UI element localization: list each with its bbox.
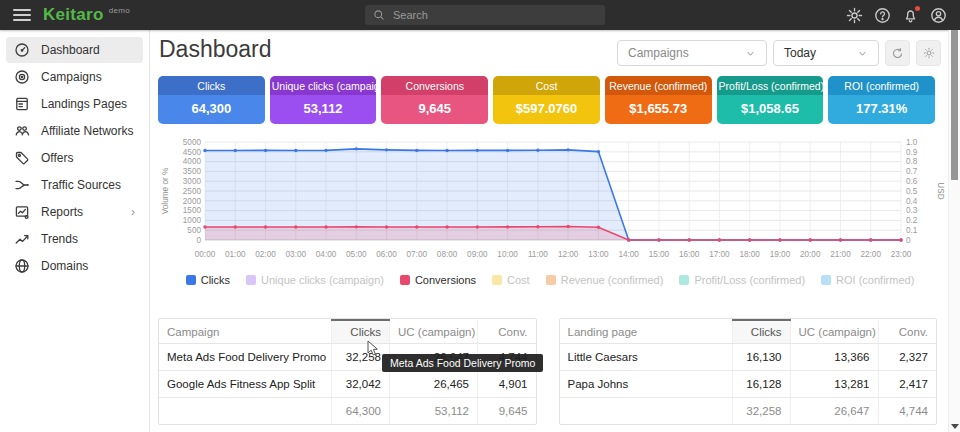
row-value-cell: 32,042 — [332, 371, 390, 398]
legend-item-roi-confirmed[interactable]: ROI (confirmed) — [821, 274, 914, 286]
date-range-select[interactable]: Today — [773, 40, 879, 66]
table-row[interactable]: Papa Johns16,12813,2812,417 — [560, 371, 937, 398]
svg-text:1000: 1000 — [183, 216, 202, 225]
column-header-conv[interactable]: Conv. — [478, 320, 536, 344]
sidebar-item-dashboard[interactable]: Dashboard — [6, 37, 143, 63]
dashboard-controls: Campaigns Today — [617, 40, 941, 66]
svg-text:3000: 3000 — [183, 177, 202, 186]
menu-icon[interactable] — [13, 9, 31, 21]
sidebar-item-label: Reports — [41, 205, 83, 219]
sidebar-item-label: Landings Pages — [41, 97, 127, 111]
table-row[interactable]: Google Ads Fitness App Split32,04226,465… — [159, 371, 536, 398]
footer-total-cell: 32,258 — [732, 398, 790, 425]
column-header-uc-campaign[interactable]: UC (campaign) — [390, 320, 478, 344]
legend-swatch — [186, 275, 196, 285]
legend-item-cost[interactable]: Cost — [492, 274, 530, 286]
svg-text:09:00: 09:00 — [467, 250, 488, 259]
row-name-cell: Google Ads Fitness App Split — [159, 371, 332, 398]
settings-icon[interactable] — [846, 7, 863, 24]
svg-text:19:00: 19:00 — [770, 250, 791, 259]
campaign-filter-select[interactable]: Campaigns — [617, 40, 767, 66]
svg-text:2000: 2000 — [183, 197, 202, 206]
row-value-cell: 2,417 — [878, 371, 936, 398]
sidebar-item-campaigns[interactable]: Campaigns — [6, 64, 143, 90]
svg-text:10:00: 10:00 — [497, 250, 518, 259]
stat-card-profit-loss-confirmed[interactable]: Profit/Loss (confirmed)$1,058.65 — [717, 76, 824, 124]
footer-total-cell: 4,744 — [878, 398, 936, 425]
dashboard-settings-button[interactable] — [916, 40, 941, 66]
stat-card-value: $1,058.65 — [717, 95, 824, 124]
sidebar-item-landings-pages[interactable]: Landings Pages — [6, 91, 143, 117]
sidebar-item-reports[interactable]: Reports› — [6, 199, 143, 225]
search-input[interactable] — [391, 8, 575, 22]
scrollbar-down-arrow[interactable] — [951, 424, 959, 429]
stat-card-roi-confirmed[interactable]: ROI (confirmed)177.31% — [828, 76, 935, 124]
svg-text:04:00: 04:00 — [316, 250, 337, 259]
sidebar-item-traffic-sources[interactable]: Traffic Sources — [6, 172, 143, 198]
sidebar-item-label: Campaigns — [41, 70, 102, 84]
stat-card-value: 53,112 — [270, 95, 377, 124]
traffic-icon — [14, 177, 30, 193]
legend-swatch — [821, 275, 831, 285]
row-value-cell: 16,128 — [732, 371, 790, 398]
refresh-button[interactable] — [885, 40, 910, 66]
svg-text:02:00: 02:00 — [255, 250, 276, 259]
scrollbar-thumb[interactable] — [951, 30, 958, 180]
sidebar-item-domains[interactable]: Domains — [6, 253, 143, 279]
sidebar-item-offers[interactable]: Offers — [6, 145, 143, 171]
column-header-landing-page[interactable]: Landing page — [560, 320, 733, 344]
scrollbar[interactable] — [948, 30, 960, 432]
svg-text:07:00: 07:00 — [407, 250, 428, 259]
app-logo[interactable]: Keitaro demo — [43, 5, 130, 25]
legend-label: Profit/Loss (confirmed) — [694, 274, 805, 286]
traffic-chart-canvas: 0500100015002000250030003500400045005000… — [159, 136, 945, 264]
svg-text:0.3: 0.3 — [906, 206, 918, 215]
stat-cards: Clicks64,300Unique clicks (campaign)53,1… — [158, 76, 935, 124]
legend-item-profit-loss-confirmed[interactable]: Profit/Loss (confirmed) — [679, 274, 805, 286]
help-icon[interactable] — [874, 7, 891, 24]
svg-text:11:00: 11:00 — [528, 250, 548, 259]
legend-item-clicks[interactable]: Clicks — [186, 274, 230, 286]
stat-card-unique-clicks-campaign[interactable]: Unique clicks (campaign)53,112 — [270, 76, 377, 124]
column-header-clicks[interactable]: Clicks — [732, 320, 790, 344]
sidebar-item-trends[interactable]: Trends — [6, 226, 143, 252]
table-row[interactable]: Little Caesars16,13013,3662,327 — [560, 344, 937, 371]
search-box[interactable] — [365, 5, 605, 25]
svg-text:0: 0 — [906, 236, 911, 245]
column-header-uc-campaign[interactable]: UC (campaign) — [790, 320, 878, 344]
account-icon[interactable] — [930, 7, 947, 24]
sidebar-item-label: Affiliate Networks — [41, 124, 133, 138]
svg-text:5000: 5000 — [183, 138, 202, 147]
stat-card-revenue-confirmed[interactable]: Revenue (confirmed)$1,655.73 — [605, 76, 712, 124]
svg-text:2500: 2500 — [183, 187, 202, 196]
legend-item-conversions[interactable]: Conversions — [400, 274, 476, 286]
legend-item-unique-clicks-campaign[interactable]: Unique clicks (campaign) — [246, 274, 384, 286]
svg-text:18:00: 18:00 — [739, 250, 760, 259]
legend-item-revenue-confirmed[interactable]: Revenue (confirmed) — [546, 274, 664, 286]
svg-text:06:00: 06:00 — [376, 250, 397, 259]
svg-text:17:00: 17:00 — [709, 250, 730, 259]
stat-card-value: $1,655.73 — [605, 95, 712, 124]
svg-text:3500: 3500 — [183, 167, 202, 176]
stat-card-value: $597.0760 — [493, 95, 600, 124]
sidebar: DashboardCampaignsLandings PagesAffiliat… — [0, 30, 150, 432]
legend-label: Revenue (confirmed) — [561, 274, 664, 286]
stat-card-cost[interactable]: Cost$597.0760 — [493, 76, 600, 124]
svg-text:16:00: 16:00 — [679, 250, 700, 259]
column-header-campaign[interactable]: Campaign — [159, 320, 332, 344]
footer-total-cell — [159, 398, 332, 425]
footer-total-cell: 26,647 — [790, 398, 878, 425]
stat-card-conversions[interactable]: Conversions9,645 — [381, 76, 488, 124]
column-header-clicks[interactable]: Clicks — [332, 320, 390, 344]
stat-card-value: 64,300 — [158, 95, 265, 124]
notifications-icon[interactable] — [902, 7, 919, 24]
column-header-conv[interactable]: Conv. — [878, 320, 936, 344]
campaigns-icon — [14, 69, 30, 85]
legend-swatch — [679, 275, 689, 285]
stat-card-clicks[interactable]: Clicks64,300 — [158, 76, 265, 124]
sidebar-item-affiliate-networks[interactable]: Affiliate Networks — [6, 118, 143, 144]
offers-icon — [14, 150, 30, 166]
stat-card-value: 9,645 — [381, 95, 488, 124]
svg-text:14:00: 14:00 — [618, 250, 639, 259]
top-bar: Keitaro demo — [0, 0, 960, 30]
